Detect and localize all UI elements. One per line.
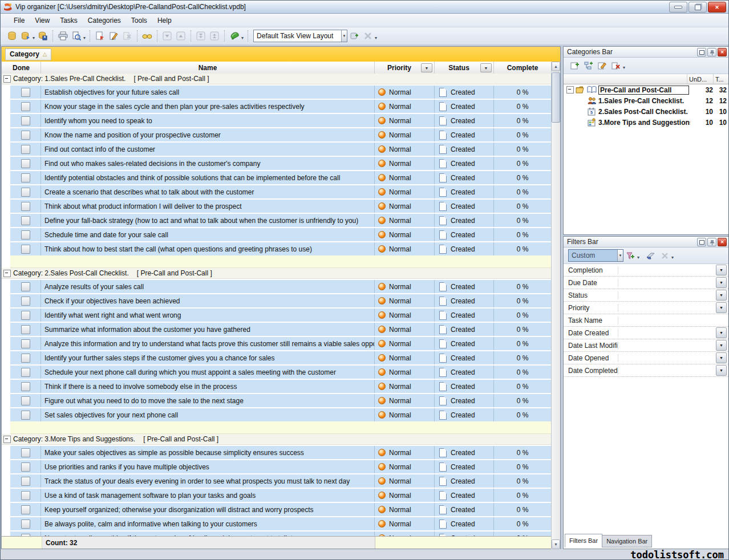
task-checkbox[interactable] (21, 411, 30, 420)
delete-category-icon[interactable] (609, 59, 623, 72)
filter-preset-combobox[interactable]: Custom ▼ (568, 249, 623, 262)
task-row[interactable]: Find out contact info of the customerNor… (10, 143, 552, 156)
filters-bar-pin-icon[interactable] (707, 238, 716, 246)
task-row[interactable]: Identify what went right and what went w… (10, 309, 552, 322)
restore-button[interactable] (688, 2, 707, 13)
task-checkbox[interactable] (21, 159, 30, 168)
task-row[interactable]: Schedule time and date for your sale cal… (10, 228, 552, 241)
clear-filter-icon[interactable] (644, 249, 658, 262)
delete-filter-icon[interactable] (658, 249, 671, 262)
category-tree-item[interactable]: Pre-Call and Post-Call3232 (564, 84, 728, 95)
filters-bar-close-icon[interactable]: ✕ (718, 238, 727, 246)
vertical-scrollbar[interactable]: ▲ ▼ (551, 62, 560, 549)
column-header-name[interactable]: Name (41, 62, 375, 74)
task-row[interactable]: Know the name and position of your prosp… (10, 128, 552, 141)
tree-column-total[interactable]: T... (714, 74, 728, 84)
edit-task-icon[interactable] (107, 30, 120, 42)
scrollbar-thumb[interactable] (552, 72, 560, 123)
task-row[interactable]: Use a kind of task management software t… (10, 489, 552, 502)
new-database-icon[interactable] (5, 30, 19, 42)
task-checkbox[interactable] (21, 477, 30, 486)
menu-tools[interactable]: Tools (126, 15, 152, 26)
task-row[interactable]: Analyze this information and try to unde… (10, 337, 552, 350)
category-group-header[interactable]: Category: 1.Sales Pre-Call Checklist.[ P… (2, 74, 552, 84)
task-row[interactable]: Know your stage in the sales cycle and t… (10, 100, 552, 113)
new-category-icon[interactable] (568, 59, 582, 72)
task-row[interactable]: Think if there is a need to involve some… (10, 380, 552, 393)
filter-dropdown-icon[interactable]: ▼ (716, 265, 727, 275)
task-row[interactable]: Create a scenario that describes what to… (10, 185, 552, 198)
collapse-group-icon[interactable] (3, 270, 11, 277)
task-checkbox[interactable] (21, 396, 30, 405)
task-row[interactable]: Define your fall-back strategy (how to a… (10, 214, 552, 227)
open-database-icon[interactable] (19, 30, 33, 42)
menu-help[interactable]: Help (152, 15, 177, 26)
task-row[interactable]: Identify your further sales steps if the… (10, 351, 552, 364)
priority-filter-dropdown-icon[interactable]: ▼ (421, 63, 432, 72)
category-tree-item[interactable]: 3.More Tips and Suggestions1010 (564, 117, 728, 128)
status-filter-dropdown-icon[interactable]: ▼ (480, 63, 492, 72)
save-database-icon[interactable] (36, 30, 50, 42)
new-subcategory-icon[interactable] (582, 59, 596, 72)
save-layout-icon[interactable] (347, 30, 361, 42)
category-tree-item[interactable]: 1.Sales Pre-Call Checklist.1212 (564, 95, 728, 106)
task-row[interactable]: Identify potential obstacles and think o… (10, 171, 552, 184)
filter-dropdown-icon[interactable]: ▼ (716, 290, 727, 301)
task-row[interactable]: Identify whom you need to speak toNormal… (10, 114, 552, 127)
collapse-group-icon[interactable] (3, 75, 11, 83)
category-group-header[interactable]: Category: 2.Sales Post-Call Checklist.[ … (2, 268, 552, 279)
move-up-icon[interactable] (174, 30, 188, 42)
print-preview-icon[interactable] (70, 30, 83, 42)
task-checkbox[interactable] (21, 462, 30, 472)
task-row[interactable]: Think about how to best start the call (… (10, 242, 552, 255)
delete-task-icon[interactable] (120, 30, 134, 42)
task-checkbox[interactable] (21, 297, 30, 306)
task-checkbox[interactable] (21, 282, 30, 291)
menu-tasks[interactable]: Tasks (55, 15, 83, 26)
notifications-icon[interactable] (228, 30, 241, 42)
task-checkbox[interactable] (21, 382, 30, 391)
tab-filters-bar[interactable]: Filters Bar (565, 534, 602, 547)
task-checkbox[interactable] (21, 491, 30, 500)
filter-dropdown-icon[interactable]: ▼ (716, 340, 727, 351)
task-checkbox[interactable] (21, 448, 30, 457)
categories-toolbar-overflow-icon[interactable]: ▾ (623, 65, 625, 70)
filter-dropdown-icon[interactable]: ▼ (716, 365, 727, 376)
task-row[interactable]: Keep yourself organized; otherwise your … (10, 503, 552, 516)
task-row[interactable]: Be always polite, calm and informative w… (10, 517, 552, 530)
print-preview-dropdown-icon[interactable]: ▾ (83, 35, 86, 40)
task-checkbox[interactable] (21, 368, 30, 377)
categories-bar-pin-icon[interactable] (707, 48, 716, 56)
task-row[interactable]: Summarize what information about the cus… (10, 323, 552, 336)
task-row[interactable]: Make your sales objectives as simple as … (10, 446, 552, 459)
task-checkbox[interactable] (21, 173, 30, 182)
task-row[interactable]: Schedule your next phone call during whi… (10, 366, 552, 379)
notifications-dropdown-icon[interactable]: ▾ (241, 35, 244, 40)
view-tasks-icon[interactable] (140, 30, 154, 42)
categories-bar-close-icon[interactable]: ✕ (718, 48, 727, 56)
task-checkbox[interactable] (21, 230, 30, 240)
column-header-complete[interactable]: Complete (494, 62, 551, 74)
task-row[interactable]: Use priorities and ranks if you have mul… (10, 460, 552, 473)
layout-combobox[interactable]: Default Task View Layout ▼ (253, 30, 347, 42)
task-checkbox[interactable] (21, 116, 30, 125)
category-tree-item[interactable]: 52.Sales Post-Call Checklist.1010 (564, 106, 728, 117)
tree-column-undone[interactable]: UnD... (687, 74, 714, 84)
menu-categories[interactable]: Categories (83, 15, 126, 26)
move-top-icon[interactable] (208, 30, 221, 42)
move-bottom-icon[interactable] (194, 30, 208, 42)
collapse-group-icon[interactable] (3, 436, 11, 443)
new-task-icon[interactable] (93, 30, 107, 42)
column-header-priority[interactable]: Priority▼ (375, 62, 435, 74)
task-checkbox[interactable] (21, 325, 30, 334)
filter-dropdown-icon[interactable]: ▼ (716, 277, 727, 288)
print-icon[interactable] (56, 30, 70, 42)
filter-preset-dropdown-icon[interactable]: ▼ (617, 250, 623, 261)
task-row[interactable]: Find out who makes sales-related decisio… (10, 157, 552, 170)
close-button[interactable]: ✕ (708, 2, 726, 13)
column-header-status[interactable]: Status▼ (435, 62, 494, 74)
layout-combobox-dropdown-icon[interactable]: ▼ (341, 30, 347, 42)
edit-category-icon[interactable] (596, 59, 609, 72)
toolbar-overflow-icon[interactable]: ▾ (375, 35, 377, 40)
task-checkbox[interactable] (21, 505, 30, 514)
